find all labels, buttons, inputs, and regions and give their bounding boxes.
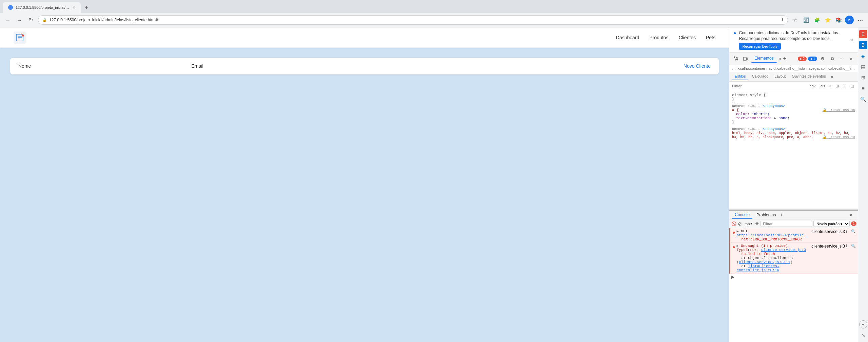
console-empty-row: ▶: [729, 274, 858, 280]
sidebar-sidebar-icon[interactable]: ≡: [859, 84, 867, 92]
nav-link-clientes[interactable]: Clientes: [678, 35, 696, 40]
problems-tab-btn[interactable]: Problemas: [754, 211, 778, 219]
filter-new-rule-btn[interactable]: ⊞: [834, 83, 840, 89]
bookmarks-icon[interactable]: ☆: [791, 16, 800, 24]
console-ban-btn[interactable]: 🚫: [731, 220, 736, 228]
console-eye-btn[interactable]: 👁: [755, 220, 759, 228]
top-context-selector[interactable]: top ▾: [743, 221, 754, 227]
type-error-file[interactable]: cliente-service.js:3: [761, 248, 806, 252]
nav-link-pets[interactable]: Pets: [706, 35, 715, 40]
url-text: 127.0.0.1:5500/projeto_inicial/admin/tel…: [49, 18, 780, 22]
error-badge: ● 2: [798, 57, 807, 61]
add-console-tab-btn[interactable]: +: [780, 212, 783, 218]
filter-shadow-btn[interactable]: ◫: [849, 83, 855, 89]
tab-elements[interactable]: Elementos: [751, 55, 777, 63]
notif-close-btn[interactable]: ×: [851, 37, 854, 43]
devtools-notification: ● Componentes adicionais do DevTools for…: [729, 27, 858, 53]
sidebar-add-icon[interactable]: +: [859, 320, 867, 328]
styles-tab-calculado[interactable]: Calculado: [749, 73, 771, 80]
styles-tab-estilos[interactable]: Estilos: [732, 73, 748, 80]
address-bar[interactable]: 🔒 127.0.0.1:5500/projeto_inicial/admin/t…: [38, 15, 788, 25]
style-source-2[interactable]: 🔒 _reset.css:13: [823, 135, 855, 139]
inspect-element-btn[interactable]: [732, 55, 740, 63]
console-filter-input[interactable]: [761, 221, 812, 227]
file-link-2[interactable]: cliente-service.js:3: [811, 244, 845, 249]
devtools-close-btn[interactable]: ×: [847, 55, 855, 63]
filter-add-rule-btn[interactable]: +: [828, 83, 833, 89]
expand-arrow-empty[interactable]: ▶: [731, 275, 734, 279]
devtools-more-btn[interactable]: ⋯: [837, 55, 846, 63]
sidebar-collections-icon[interactable]: ▤: [859, 63, 867, 71]
expand-arrow-2[interactable]: ▶: [736, 244, 738, 248]
log-levels-select[interactable]: Níveis padrão ▾: [813, 221, 850, 227]
refresh-button[interactable]: ↻: [26, 16, 35, 24]
circle-dot-red: ●: [800, 57, 802, 61]
page-logo: [14, 31, 26, 44]
profile-button[interactable]: b: [845, 16, 854, 24]
sidebar-discover-icon[interactable]: ◈: [859, 52, 867, 60]
extensions-icon[interactable]: 🧩: [812, 16, 821, 24]
ssl-error-url[interactable]: https://localhost:3000/profile: [736, 233, 804, 237]
main-split: Dashboard Produtos Clientes Pets Nome Em…: [0, 27, 868, 342]
reload-devtools-btn[interactable]: Recarregar DevTools: [739, 43, 781, 50]
sidebar-resize-icon[interactable]: ⤡: [859, 331, 867, 339]
console-clear-btn[interactable]: ⊘: [738, 220, 742, 228]
layer-label-2: Remover Camada <anonymous>: [732, 127, 785, 131]
forward-button[interactable]: →: [15, 16, 24, 24]
styles-tab-ouvintes[interactable]: Ouvintes de eventos: [789, 73, 828, 80]
collections-icon[interactable]: 📚: [834, 16, 843, 24]
device-toggle-btn[interactable]: [742, 55, 750, 63]
col-email-label: Email: [192, 63, 538, 69]
styles-filter-input[interactable]: [732, 84, 806, 88]
style-source-1[interactable]: 🔒 _reset.css:45: [823, 108, 855, 112]
styles-content: element.style { } Remover Camada <anonym…: [729, 91, 858, 209]
file-link-1[interactable]: cliente-service.js:3: [811, 229, 845, 234]
page-header: Dashboard Produtos Clientes Pets: [0, 27, 729, 48]
filter-cls-btn[interactable]: .cls: [818, 83, 827, 89]
more-tabs-icon[interactable]: »: [778, 56, 781, 61]
styles-tab-layout[interactable]: Layout: [772, 73, 788, 80]
console-msg-text-1: ▶ GET https://localhost:3000/profile net…: [736, 229, 810, 241]
close-console-btn[interactable]: ×: [847, 211, 855, 219]
new-tab-btn[interactable]: +: [82, 3, 91, 12]
info-icon-1[interactable]: ℹ: [846, 229, 850, 234]
console-tab-btn[interactable]: Console: [732, 211, 752, 219]
msg-icons-1: cliente-service.js:3 ℹ 🔍: [811, 229, 856, 234]
top-dropdown-arrow: ▾: [750, 221, 752, 226]
failed-to-fetch: Failed to fetch: [741, 252, 775, 256]
elements-breadcrumb: … >.calho.container nav ul.cabecalho__li…: [729, 65, 858, 72]
filter-computed-btn[interactable]: ☰: [842, 83, 848, 89]
novo-cliente-btn[interactable]: Novo Cliente: [684, 63, 711, 69]
style-rule-element: element.style { }: [732, 93, 855, 101]
favorites-icon[interactable]: ⭐: [823, 16, 832, 24]
sidebar-extensions-icon[interactable]: E: [859, 30, 867, 38]
sidebar-search-icon[interactable]: 🔍: [859, 95, 867, 103]
tab-close-btn[interactable]: ×: [73, 5, 75, 10]
circle-dot-blue: ●: [810, 57, 812, 61]
page-nav: Dashboard Produtos Clientes Pets: [616, 35, 715, 40]
back-button[interactable]: ←: [3, 16, 12, 24]
nav-link-produtos[interactable]: Produtos: [649, 35, 668, 40]
tab-title: 127.0.0.1:5500/projeto_inicial/admin/tel…: [16, 5, 70, 9]
layer-link-2[interactable]: <anonymous>: [763, 127, 785, 131]
devtools-settings-btn[interactable]: ⚙: [818, 55, 827, 63]
filter-hov-btn[interactable]: :hov: [807, 83, 817, 89]
search-icon-1[interactable]: 🔍: [851, 229, 856, 234]
devtools-dock-btn[interactable]: ⧉: [828, 55, 836, 63]
more-button[interactable]: ⋯: [856, 16, 865, 24]
styles-filter-bar: :hov .cls + ⊞ ☰ ◫: [729, 82, 858, 91]
expand-arrow-1[interactable]: ▶: [736, 230, 738, 233]
sidebar-bing-icon[interactable]: B: [859, 41, 867, 49]
trace-link-1[interactable]: cliente-service.js:3:11: [739, 260, 790, 264]
address-info-icon: ℹ: [782, 18, 784, 22]
layer-link-1[interactable]: <anonymous>: [763, 104, 785, 108]
search-icon-2[interactable]: 🔍: [851, 244, 856, 249]
browser-tab[interactable]: 127.0.0.1:5500/projeto_inicial/admin/tel…: [3, 2, 81, 13]
add-panel-btn[interactable]: +: [783, 56, 786, 62]
styles-tab-more-icon[interactable]: »: [831, 74, 833, 79]
nav-link-dashboard[interactable]: Dashboard: [616, 35, 639, 40]
profile-sync-icon[interactable]: 🔄: [802, 16, 810, 24]
info-icon-2[interactable]: ℹ: [846, 244, 850, 249]
sidebar-workspaces-icon[interactable]: ⊞: [859, 73, 867, 82]
trace-link-2[interactable]: listaClientes-controller.js:20:16: [736, 264, 779, 272]
